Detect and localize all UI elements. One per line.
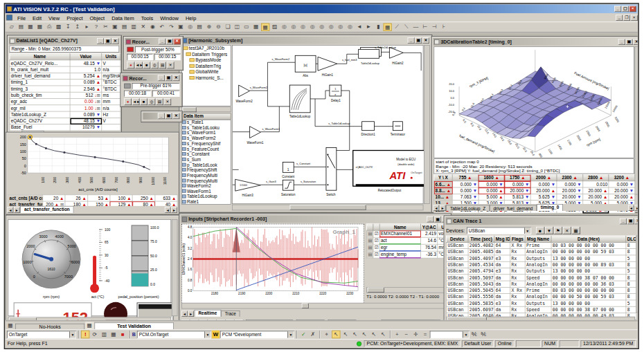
slope-up-icon[interactable]: ⟋ xyxy=(393,24,401,31)
strip-hscroll[interactable] xyxy=(181,303,449,309)
cell[interactable]: 5 xyxy=(626,268,636,275)
cell-name[interactable]: fn_crank_fuel_mult xyxy=(10,66,70,73)
dataitem-row[interactable]: FrequencyMulti xyxy=(182,173,231,178)
bar-v-icon[interactable]: ⊣ xyxy=(430,24,438,31)
cell[interactable]: 13 00 00 00 00 xyxy=(551,300,626,306)
cell[interactable]: 633 ▲ xyxy=(155,195,177,201)
w-icon[interactable]: W xyxy=(212,331,220,338)
recorder2-maximize[interactable]: ▣ xyxy=(166,75,172,82)
cell[interactable]: 20.000 ▼ xyxy=(505,187,531,194)
calib-col[interactable]: 755 ▲ xyxy=(452,175,478,181)
redo-icon[interactable]: ↷ xyxy=(167,24,175,31)
menu-tools[interactable]: Tools xyxy=(138,14,157,21)
calib-col[interactable]: 3200 ▲ xyxy=(609,175,635,181)
datalist-row[interactable]: fn_crank_fuel_mult 1.0 n/a xyxy=(10,66,120,73)
datalist-row[interactable]: eQADC_Ch27V_Relo... 48.15 ▼ V xyxy=(10,60,120,66)
save-workspace-icon[interactable]: ▦ xyxy=(35,24,44,31)
alert-icon[interactable]: ! xyxy=(81,331,89,338)
calib3d-titlebar[interactable]: 3DCalibrationTable2 [timing_0] _▣✕ xyxy=(433,38,638,46)
save-icon[interactable]: ▦ xyxy=(26,24,35,31)
can-maximize[interactable]: ▣ xyxy=(627,218,634,224)
device-view-icon[interactable]: ▣ xyxy=(177,24,185,31)
cell[interactable]: 0.000 ▼ xyxy=(557,181,583,187)
cell[interactable]: da xyxy=(494,249,510,255)
can-row[interactable]: USBcan 2005.4082 64 X Rx Prime 80 03 00 … xyxy=(447,242,636,248)
harmonic-close[interactable]: ✕ xyxy=(422,37,429,44)
datalist-col-units[interactable]: Units xyxy=(102,54,120,60)
tab-left-icon[interactable]: ◄ xyxy=(8,207,14,213)
edit-icon[interactable]: ▤ xyxy=(156,98,163,105)
act-chart[interactable]: 200150100500-501002003004005006007008009… xyxy=(8,134,177,194)
tab-driver-fuel-demand[interactable]: driver_fuel_demand xyxy=(490,205,537,211)
cell[interactable]: USBcan xyxy=(447,261,468,268)
play-stop-icon[interactable]: ▮ xyxy=(374,24,382,31)
cursor5-icon[interactable]: ↖ xyxy=(370,331,378,338)
grid-icon[interactable]: ▥ xyxy=(100,331,108,338)
cell-units[interactable]: n/a xyxy=(102,105,120,111)
dataitem-row[interactable]: s_FeatureCount xyxy=(182,147,231,152)
cell-units[interactable] xyxy=(102,124,120,131)
legend-name[interactable]: act xyxy=(379,237,420,244)
zoom-prev-icon[interactable]: ◎ xyxy=(318,24,326,31)
cell[interactable]: 53 ▲ xyxy=(88,195,110,201)
legend-hscroll[interactable] xyxy=(366,287,449,293)
cell-value[interactable]: 5.254 ▲ xyxy=(70,73,102,79)
cell[interactable]: USBcan xyxy=(447,255,468,261)
cell[interactable]: 20.000 ▼ xyxy=(557,194,583,200)
legend-row[interactable]: ▤☑EMXChannel012.419volt xyxy=(367,230,449,237)
calib-col[interactable]: Y \ X xyxy=(434,175,452,181)
can-row[interactable]: USBcan 2005.4794 e3 Rx Outputs 13 00 00 … xyxy=(447,268,636,275)
cell[interactable]: 5.625 ▼ xyxy=(530,194,557,200)
cell[interactable]: 20.000 ▼ xyxy=(557,187,583,194)
zoom-box-icon[interactable]: ◎ xyxy=(346,24,354,31)
legend-row[interactable]: ▤☑engine_temp-36.3°C xyxy=(367,251,449,258)
edit-icon[interactable]: ▤ xyxy=(159,62,166,68)
zoom-window-icon[interactable]: ◎ xyxy=(280,24,288,31)
datalist-row[interactable]: timing_1 0.089 ▲ °BTDC xyxy=(10,80,120,86)
plus-icon[interactable]: + xyxy=(393,331,401,338)
cell[interactable]: 8 xyxy=(626,261,636,268)
cell[interactable]: 80 03 00 00 00 00 00 00 xyxy=(551,242,626,248)
cell[interactable]: Outputs xyxy=(525,255,551,261)
can-col[interactable]: Msg Name xyxy=(525,236,551,242)
target-icon[interactable]: ✛ xyxy=(411,331,420,338)
cell[interactable]: da xyxy=(494,294,510,300)
project-icon[interactable]: ▦ xyxy=(6,322,15,329)
cell[interactable]: 8 xyxy=(626,281,636,287)
open-icon[interactable]: ▤ xyxy=(17,24,25,31)
datalist-row[interactable]: Base_Fuel 10279 ▼ xyxy=(10,124,120,131)
recorder2-titlebar[interactable]: Recor... _▣✕ xyxy=(122,75,180,82)
cell[interactable]: 00 00 00 00 38 07 00 00 xyxy=(551,275,626,281)
maximize-button[interactable]: ▢ xyxy=(622,6,629,12)
calib-col[interactable]: 1750 ▲ xyxy=(505,175,531,181)
strip-plot-area[interactable]: 4.84.03.22.41.60.80.02180219022002210222… xyxy=(181,224,364,304)
datalist-col-value[interactable]: Value xyxy=(70,54,102,60)
cell[interactable]: 64 xyxy=(494,242,510,248)
cell[interactable]: 2005.5045 xyxy=(468,287,494,293)
stripchart-maximize[interactable]: ▣ xyxy=(434,216,441,223)
search-view-icon[interactable]: ◎ xyxy=(186,24,195,31)
datalist-row[interactable]: timing_3 2.546 ▲ °BTDC xyxy=(10,86,120,92)
cell-value[interactable]: 512 ↓⊞ xyxy=(70,92,102,98)
refresh-icon[interactable]: ⟳ xyxy=(91,331,99,338)
cell-name[interactable]: eQADC_Ch27V_Relo... xyxy=(10,60,70,66)
close-icon[interactable]: ✕ xyxy=(167,62,175,68)
cell[interactable]: 2005.4794 xyxy=(468,268,494,275)
cell[interactable]: X Rx xyxy=(510,287,525,293)
cell-units[interactable]: mg/Stroke xyxy=(102,73,120,79)
cursor3-icon[interactable]: ↖ xyxy=(350,331,359,338)
stripchart-minimize[interactable]: _ xyxy=(427,216,433,223)
run-icon[interactable]: ▸ xyxy=(82,24,91,31)
cell-value[interactable]: 1.00 ↓⊞ xyxy=(70,105,102,111)
print-icon[interactable]: ⎙ xyxy=(45,24,53,31)
cell[interactable]: USBcan xyxy=(447,294,468,300)
dataitem-row[interactable]: s_Sum xyxy=(182,157,231,163)
cell-name[interactable]: Table1dLookup_Z xyxy=(10,111,70,118)
cell[interactable]: 2005.6097 xyxy=(468,306,494,313)
cell[interactable]: Rx xyxy=(510,249,525,255)
tab-left-icon[interactable]: ◄ xyxy=(433,205,440,211)
zoom-fit-icon[interactable]: ◎ xyxy=(308,24,316,31)
can-row[interactable]: USBcan 2005.5045 64 X Rx Prime 80 03 00 … xyxy=(447,287,636,293)
cell-units[interactable]: °BTDC xyxy=(102,86,120,92)
slope-down-icon[interactable]: ⟍ xyxy=(402,24,411,31)
